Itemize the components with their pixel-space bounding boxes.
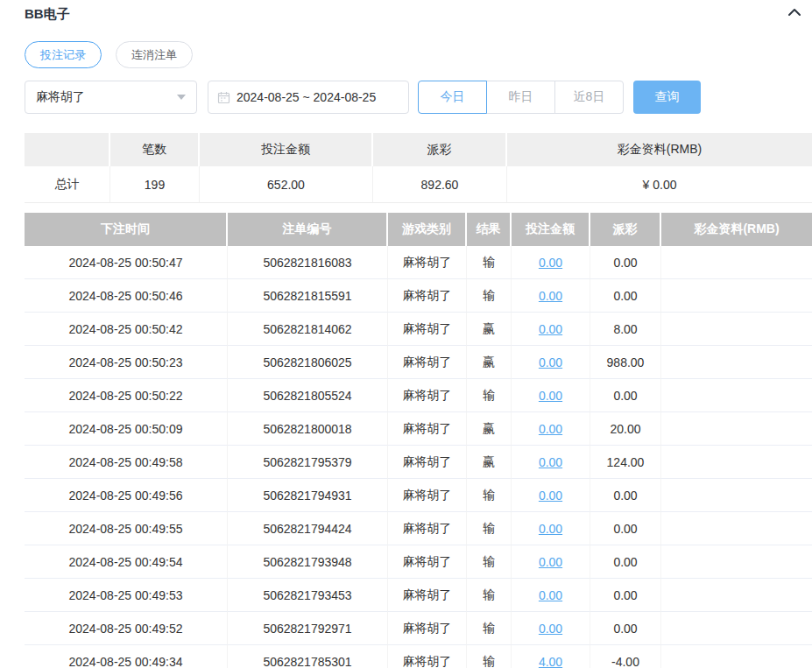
bet-amount-link[interactable]: 0.00: [539, 622, 562, 636]
game-type-cell: 麻将胡了: [388, 579, 467, 612]
date-range-value: 2024-08-25 ~ 2024-08-25: [237, 90, 376, 104]
summary-col-payout: 派彩: [373, 133, 507, 166]
bet-amount-link[interactable]: 0.00: [539, 256, 562, 270]
col-jackpot: 彩金资料(RMB): [661, 213, 812, 246]
col-payout: 派彩: [590, 213, 661, 246]
last-8-days-button[interactable]: 近8日: [554, 81, 624, 114]
bet-amount-cell: 0.00: [512, 313, 590, 346]
summary-total-bet-amount: 652.00: [200, 166, 373, 203]
payout-cell: 988.00: [590, 346, 661, 379]
bet-amount-cell: 0.00: [512, 379, 590, 412]
bet-amount-link[interactable]: 0.00: [539, 289, 562, 303]
summary-col-bet-amount: 投注金额: [200, 133, 373, 166]
bet-amount-cell: 0.00: [512, 346, 590, 379]
date-range-picker[interactable]: 2024-08-25 ~ 2024-08-25: [208, 81, 409, 114]
chevron-down-icon: [177, 95, 186, 100]
tab-betting-records[interactable]: 投注记录: [25, 41, 102, 68]
jackpot-cell: [661, 412, 812, 446]
records-table-body: 2024-08-25 00:50:47 5062821816083 麻将胡了 输…: [25, 246, 812, 668]
bet-amount-link[interactable]: 0.00: [539, 455, 562, 469]
col-result: 结果: [467, 213, 512, 246]
col-order-number: 注单编号: [228, 213, 388, 246]
table-row: 2024-08-25 00:49:55 5062821794424 麻将胡了 输…: [25, 512, 812, 545]
col-bet-time: 下注时间: [25, 213, 228, 246]
page-title: BB电子: [25, 6, 70, 23]
result-cell: 输: [467, 279, 512, 313]
table-row: 2024-08-25 00:50:22 5062821805524 麻将胡了 输…: [25, 379, 812, 412]
game-type-cell: 麻将胡了: [388, 545, 467, 579]
result-cell: 赢: [467, 346, 512, 379]
game-type-cell: 麻将胡了: [388, 379, 467, 412]
bet-amount-link[interactable]: 0.00: [539, 422, 562, 436]
tab-cancelled-orders[interactable]: 连消注单: [116, 41, 193, 68]
summary-total-row: 总计 199 652.00 892.60 ¥ 0.00: [25, 166, 812, 203]
table-row: 2024-08-25 00:50:47 5062821816083 麻将胡了 输…: [25, 246, 812, 279]
game-type-cell: 麻将胡了: [388, 446, 467, 479]
bet-amount-link[interactable]: 0.00: [539, 355, 562, 369]
bet-time-cell: 2024-08-25 00:49:53: [25, 579, 228, 612]
bet-amount-link[interactable]: 0.00: [539, 489, 562, 503]
summary-header-row: 笔数 投注金额 派彩 彩金资料(RMB): [25, 133, 812, 166]
order-number-cell: 5062821785301: [228, 645, 388, 668]
jackpot-cell: [661, 479, 812, 512]
bet-amount-cell: 0.00: [512, 246, 590, 279]
jackpot-cell: [661, 346, 812, 379]
bet-amount-cell: 0.00: [512, 412, 590, 446]
jackpot-cell: [661, 313, 812, 346]
result-cell: 输: [467, 479, 512, 512]
calendar-icon: [217, 91, 230, 104]
game-select[interactable]: 麻将胡了: [25, 81, 197, 114]
result-cell: 输: [467, 512, 512, 545]
result-cell: 赢: [467, 313, 512, 346]
bet-amount-link[interactable]: 4.00: [539, 655, 562, 668]
result-cell: 输: [467, 246, 512, 279]
order-number-cell: 5062821795379: [228, 446, 388, 479]
summary-total-count: 199: [110, 166, 200, 203]
bet-time-cell: 2024-08-25 00:49:52: [25, 612, 228, 645]
summary-total-label: 总计: [25, 166, 110, 203]
bet-amount-link[interactable]: 0.00: [539, 389, 562, 403]
bet-amount-link[interactable]: 0.00: [539, 522, 562, 536]
game-type-cell: 麻将胡了: [388, 645, 467, 668]
payout-cell: 0.00: [590, 379, 661, 412]
bet-time-cell: 2024-08-25 00:50:46: [25, 279, 228, 313]
result-cell: 赢: [467, 412, 512, 446]
game-type-cell: 麻将胡了: [388, 512, 467, 545]
bet-amount-link[interactable]: 0.00: [539, 555, 562, 569]
query-button[interactable]: 查询: [633, 81, 701, 114]
table-row: 2024-08-25 00:49:58 5062821795379 麻将胡了 赢…: [25, 446, 812, 479]
game-type-cell: 麻将胡了: [388, 412, 467, 446]
payout-cell: 0.00: [590, 246, 661, 279]
result-cell: 输: [467, 579, 512, 612]
bet-time-cell: 2024-08-25 00:50:22: [25, 379, 228, 412]
payout-cell: 0.00: [590, 545, 661, 579]
summary-col-blank: [25, 133, 110, 166]
bet-time-cell: 2024-08-25 00:50:47: [25, 246, 228, 279]
payout-cell: 0.00: [590, 612, 661, 645]
order-number-cell: 5062821794424: [228, 512, 388, 545]
summary-table: 笔数 投注金额 派彩 彩金资料(RMB) 总计 199 652.00 892.6…: [25, 133, 812, 203]
bet-amount-cell: 0.00: [512, 545, 590, 579]
tab-label: 连消注单: [131, 47, 177, 63]
tab-label: 投注记录: [40, 47, 86, 63]
bet-amount-link[interactable]: 0.00: [539, 322, 562, 336]
collapse-button[interactable]: [787, 6, 802, 22]
table-row: 2024-08-25 00:49:53 5062821793453 麻将胡了 输…: [25, 579, 812, 612]
payout-cell: 0.00: [590, 579, 661, 612]
bet-amount-cell: 4.00: [512, 645, 590, 668]
yesterday-button[interactable]: 昨日: [486, 81, 555, 114]
result-cell: 输: [467, 645, 512, 668]
order-number-cell: 5062821793453: [228, 579, 388, 612]
filter-bar: 麻将胡了 2024-08-25 ~ 2024-08-25 今日 昨日 近8日: [25, 81, 812, 114]
summary-total-jackpot: ¥ 0.00: [507, 166, 812, 203]
table-row: 2024-08-25 00:49:52 5062821792971 麻将胡了 输…: [25, 612, 812, 645]
summary-total-payout: 892.60: [373, 166, 507, 203]
game-type-cell: 麻将胡了: [388, 279, 467, 313]
bet-amount-cell: 0.00: [512, 612, 590, 645]
payout-cell: 20.00: [590, 412, 661, 446]
today-button[interactable]: 今日: [418, 81, 487, 114]
game-type-cell: 麻将胡了: [388, 612, 467, 645]
bet-amount-link[interactable]: 0.00: [539, 588, 562, 602]
game-type-cell: 麻将胡了: [388, 346, 467, 379]
bet-time-cell: 2024-08-25 00:49:56: [25, 479, 228, 512]
